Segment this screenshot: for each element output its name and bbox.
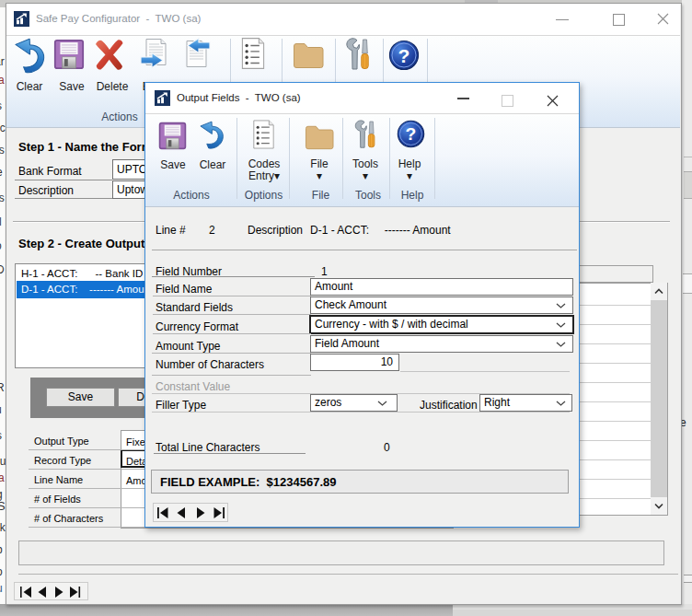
svg-text:?: ? [398,45,410,66]
svg-text:?: ? [406,124,417,144]
